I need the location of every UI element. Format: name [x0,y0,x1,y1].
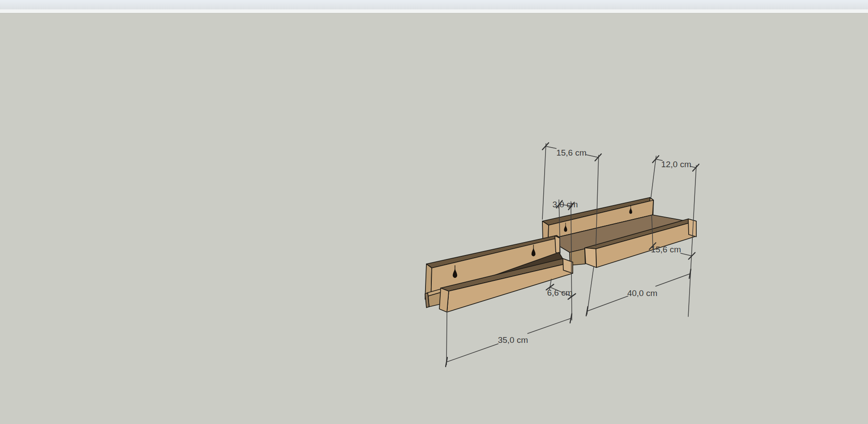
application-window: 15,6 cm12,0 cm3,0 cm15,6 cm6,6 cm40,0 cm… [0,0,868,424]
dimension-12-0-cm[interactable]: 12,0 cm [651,156,699,199]
dimension-label[interactable]: 15,6 cm [556,148,587,157]
dimension-label[interactable]: 6,6 cm [547,288,572,297]
dimension-extension-line [688,165,696,317]
dimension-label[interactable]: 40,0 cm [627,288,657,298]
right-shelf-lip-left-end-face[interactable] [585,248,596,268]
dimension-line [586,155,598,157]
dimension-line [546,146,556,148]
dimension-extension-line [651,156,656,199]
dimension-line [528,318,571,333]
right-shelf-lip-right-end-face[interactable] [688,219,696,237]
dimension-line [446,344,498,362]
dimension-line [681,253,692,256]
left-shelf-lip-left-end-face[interactable] [439,288,449,312]
dimension-label[interactable]: 12,0 cm [661,160,691,169]
dimension-6-6-cm[interactable]: 6,6 cm [546,279,576,299]
dimension-line [656,274,690,286]
dimension-line [587,296,628,311]
left-shelf[interactable] [425,235,573,312]
viewport-3d[interactable]: 15,6 cm12,0 cm3,0 cm15,6 cm6,6 cm40,0 cm… [0,0,868,424]
dimension-extension-line [542,144,546,219]
left-shelf-back-right-end-face[interactable] [555,236,560,254]
dimension-label[interactable]: 3,0 cm [552,200,578,209]
dimension-extension-line [446,311,447,365]
dimension-35-0-cm[interactable]: 35,0 cm [446,311,572,366]
dimension-40-0-cm[interactable]: 40,0 cm [586,267,691,316]
dimension-label[interactable]: 15,6 cm [651,245,681,254]
dimension-label[interactable]: 35,0 cm [498,335,528,345]
